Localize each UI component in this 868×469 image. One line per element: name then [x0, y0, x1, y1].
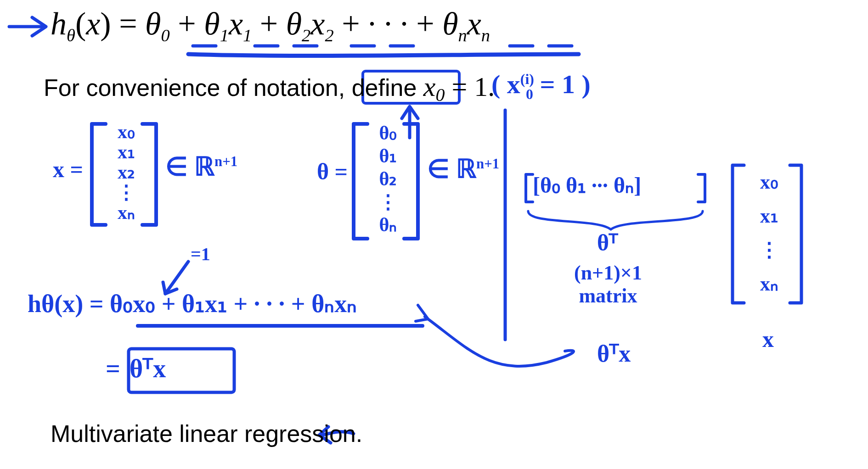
theta-R-exp: n+1	[476, 156, 499, 172]
theta-equals-label: θ =	[317, 158, 348, 185]
convenience-line: For convenience of notation, define x0 =…	[44, 71, 495, 106]
xr-1: x₁	[746, 199, 792, 233]
theta-entry-dots: ⋮	[367, 190, 409, 213]
theta1-sub: 1	[220, 26, 229, 45]
hypothesis-equation: hθ(x) = θ0 + θ1x1 + θ2x2 + · · · + θnxn	[51, 6, 490, 45]
matrix-size-text: (n+1)×1	[574, 262, 642, 285]
theta-T-x-product-label: θᵀx	[597, 340, 631, 367]
x-entry-0: x₀	[108, 122, 145, 142]
thetan-sub: n	[458, 26, 467, 45]
theta-row-vector: [θ₀ θ₁ ··· θₙ]	[533, 172, 641, 198]
result-body: θᵀx	[130, 354, 166, 383]
theta2: θ	[286, 6, 302, 41]
equals: =	[111, 6, 145, 41]
plus2: +	[252, 6, 286, 41]
theta-in-R: ∈ ℝ	[427, 155, 476, 183]
theta-entry-2: θ₂	[367, 168, 409, 190]
x2: x	[310, 6, 325, 41]
x-arg: x	[86, 6, 100, 41]
open-paren: (	[75, 6, 86, 41]
xn: x	[467, 6, 481, 41]
note-x: x	[507, 69, 520, 99]
matrix-word: matrix	[574, 285, 642, 307]
plus-dots: + · · · +	[334, 6, 442, 41]
x-entry-n: xₙ	[108, 202, 145, 223]
x0-eq-1: = 1.	[445, 72, 495, 102]
x-equals-label: x =	[53, 156, 83, 183]
theta-entry-n: θₙ	[367, 213, 409, 236]
hypothesis-expansion-hand: hθ(x) = θ₀x₀ + θ₁x₁ + · · · + θₙxₙ	[28, 289, 357, 318]
convenience-prefix: For convenience of notation, define	[44, 74, 423, 101]
theta1: θ	[204, 6, 220, 41]
plus1: +	[170, 6, 204, 41]
x-space: ∈ ℝn+1	[165, 151, 237, 181]
x0-sub: 0	[435, 84, 445, 105]
theta-subscript: θ	[67, 26, 75, 45]
x-entry-dots: ⋮	[108, 182, 145, 202]
matrix-size-label: (n+1)×1 matrix	[574, 262, 642, 307]
note-eq: = 1 )	[533, 69, 591, 99]
annotation-layer	[0, 0, 868, 469]
x-column-right: x₀ x₁ ⋮ xₙ	[746, 165, 792, 301]
theta2-sub: 2	[302, 26, 310, 45]
theta0-sub: 0	[161, 26, 170, 45]
x2-sub: 2	[325, 26, 333, 45]
x1: x	[229, 6, 243, 41]
note-open: (	[491, 69, 507, 99]
xr-dots: ⋮	[746, 233, 792, 267]
x0-symbol: x	[423, 72, 436, 102]
x-entry-2: x₂	[108, 162, 145, 182]
theta-transpose-label: θᵀ	[597, 229, 618, 256]
x1-sub: 1	[243, 26, 252, 45]
x-in-R: ∈ ℝ	[165, 152, 214, 181]
x-label-right: x	[762, 326, 774, 352]
result-eq: =	[106, 354, 127, 383]
thetan: θ	[442, 6, 458, 41]
equals-one-annotation: =1	[191, 243, 210, 265]
x-entry-1: x₁	[108, 142, 145, 162]
x-vector-entries: x₀ x₁ x₂ ⋮ xₙ	[108, 122, 145, 223]
theta-entry-1: θ₁	[367, 145, 409, 168]
xn-sub: n	[481, 26, 490, 45]
xr-0: x₀	[746, 165, 792, 199]
theta-space: ∈ ℝn+1	[427, 154, 499, 184]
x-R-exp: n+1	[214, 154, 237, 169]
theta-transpose-x-result: = θᵀx	[106, 353, 166, 383]
theta0: θ	[145, 6, 161, 41]
note-sup: (i)	[520, 71, 534, 87]
theta-vector-entries: θ₀ θ₁ θ₂ ⋮ θₙ	[367, 122, 409, 236]
close-paren: )	[100, 6, 111, 41]
footer-title: Multivariate linear regression.	[51, 420, 362, 447]
xr-n: xₙ	[746, 267, 792, 301]
theta-entry-0: θ₀	[367, 122, 409, 145]
x0-i-equals-1-note: ( x(i)0 = 1 )	[491, 69, 591, 103]
note-sub: 0	[526, 86, 533, 102]
h-symbol: h	[51, 6, 67, 41]
